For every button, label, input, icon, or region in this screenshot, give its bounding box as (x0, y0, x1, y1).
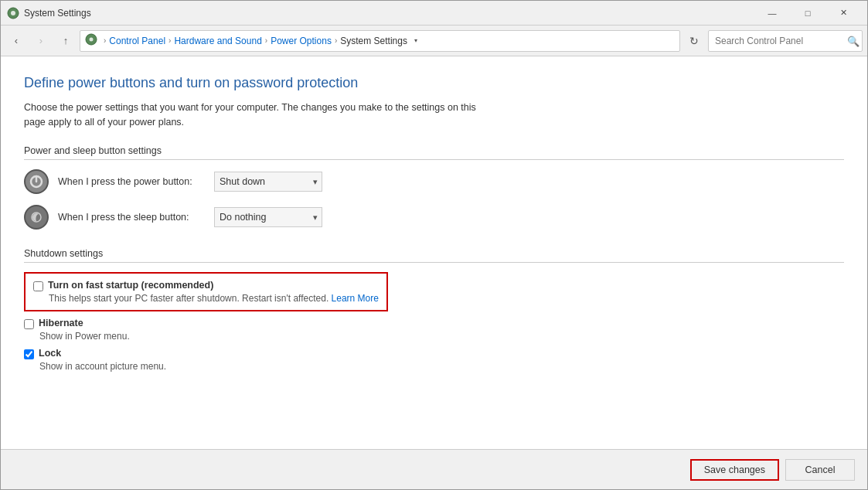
address-bar: ‹ › ↑ › Control Panel › Hardware and Sou… (1, 26, 867, 56)
sleep-button-select[interactable]: Do nothing Sleep Hibernate Shut down (214, 207, 322, 227)
fast-startup-label[interactable]: Turn on fast startup (recommended) (48, 280, 213, 291)
lock-item: Lock Show in account picture menu. (24, 348, 844, 372)
lock-label[interactable]: Lock (39, 348, 61, 359)
power-sleep-header: Power and sleep button settings (24, 145, 844, 160)
sleep-button-select-wrapper: Do nothing Sleep Hibernate Shut down (214, 207, 322, 227)
learn-more-link[interactable]: Learn More (332, 293, 379, 304)
minimize-button[interactable]: — (754, 1, 790, 26)
breadcrumb-dropdown-button[interactable]: ▾ (410, 30, 421, 52)
power-button-row: When I press the power button: Do nothin… (24, 169, 844, 194)
window-title: System Settings (24, 8, 91, 19)
system-settings-window: System Settings — □ ✕ ‹ › ↑ › Control Pa… (0, 0, 868, 490)
search-button[interactable]: 🔍 (847, 35, 859, 46)
window-icon (7, 7, 19, 19)
hibernate-label[interactable]: Hibernate (39, 318, 83, 328)
page-description: Choose the power settings that you want … (24, 100, 488, 130)
fast-startup-row: Turn on fast startup (recommended) (33, 280, 379, 291)
hibernate-row: Hibernate (24, 318, 844, 329)
shutdown-section: Shutdown settings Turn on fast startup (… (24, 248, 844, 372)
svg-point-1 (11, 11, 15, 15)
forward-button[interactable]: › (30, 30, 52, 52)
home-icon (85, 33, 97, 48)
sleep-button-icon (24, 205, 49, 230)
lock-description: Show in account picture menu. (39, 361, 844, 372)
breadcrumb-item-0: Control Panel (109, 36, 165, 46)
lock-checkbox[interactable] (24, 349, 34, 359)
refresh-button[interactable]: ↻ (683, 30, 705, 52)
window-controls: — □ ✕ (754, 1, 861, 26)
breadcrumb-link-1[interactable]: Hardware and Sound (174, 36, 261, 46)
sleep-button-row: When I press the sleep button: Do nothin… (24, 205, 844, 230)
shutdown-header: Shutdown settings (24, 248, 844, 263)
breadcrumb-sep-2: › (265, 36, 267, 45)
lock-row: Lock (24, 348, 844, 359)
bottom-bar: Save changes Cancel (1, 449, 867, 489)
power-sleep-section: Power and sleep button settings When I p… (24, 145, 844, 230)
back-button[interactable]: ‹ (5, 30, 27, 52)
content-area: Define power buttons and turn on passwor… (1, 56, 867, 449)
breadcrumb-link-2[interactable]: Power Options (271, 36, 332, 46)
page-title: Define power buttons and turn on passwor… (24, 75, 844, 91)
breadcrumb-sep-0: › (104, 36, 106, 45)
fast-startup-description: This helps start your PC faster after sh… (49, 293, 379, 304)
title-bar-left: System Settings (7, 7, 91, 19)
save-changes-button[interactable]: Save changes (690, 459, 779, 481)
svg-point-3 (90, 38, 94, 42)
hibernate-checkbox[interactable] (24, 319, 34, 329)
breadcrumb-sep-3: › (335, 36, 337, 45)
breadcrumb-item-2: Power Options (271, 36, 332, 46)
title-bar: System Settings — □ ✕ (1, 1, 867, 26)
fast-startup-desc-text: This helps start your PC faster after sh… (49, 293, 332, 304)
breadcrumb-item-1: Hardware and Sound (174, 36, 261, 46)
fast-startup-checkbox[interactable] (33, 281, 43, 291)
breadcrumb-sep-1: › (168, 36, 171, 45)
up-button[interactable]: ↑ (55, 30, 77, 52)
power-button-select[interactable]: Do nothing Sleep Hibernate Shut down Tur… (214, 172, 322, 192)
maximize-button[interactable]: □ (790, 1, 825, 26)
power-button-icon (24, 169, 49, 194)
search-wrapper: 🔍 (708, 30, 863, 52)
power-button-select-wrapper: Do nothing Sleep Hibernate Shut down Tur… (214, 172, 322, 192)
hibernate-item: Hibernate Show in Power menu. (24, 318, 844, 342)
close-button[interactable]: ✕ (825, 1, 861, 26)
breadcrumb-link-0[interactable]: Control Panel (109, 36, 165, 46)
power-button-label: When I press the power button: (58, 176, 205, 187)
sleep-button-label: When I press the sleep button: (58, 212, 205, 223)
main-content: Define power buttons and turn on passwor… (1, 56, 867, 449)
search-input[interactable] (708, 30, 863, 52)
breadcrumb-current: System Settings (340, 36, 407, 46)
hibernate-description: Show in Power menu. (39, 331, 844, 342)
breadcrumb-bar: › Control Panel › Hardware and Sound › P… (80, 30, 680, 52)
cancel-button[interactable]: Cancel (785, 459, 855, 481)
fast-startup-highlight-box: Turn on fast startup (recommended) This … (24, 272, 388, 311)
